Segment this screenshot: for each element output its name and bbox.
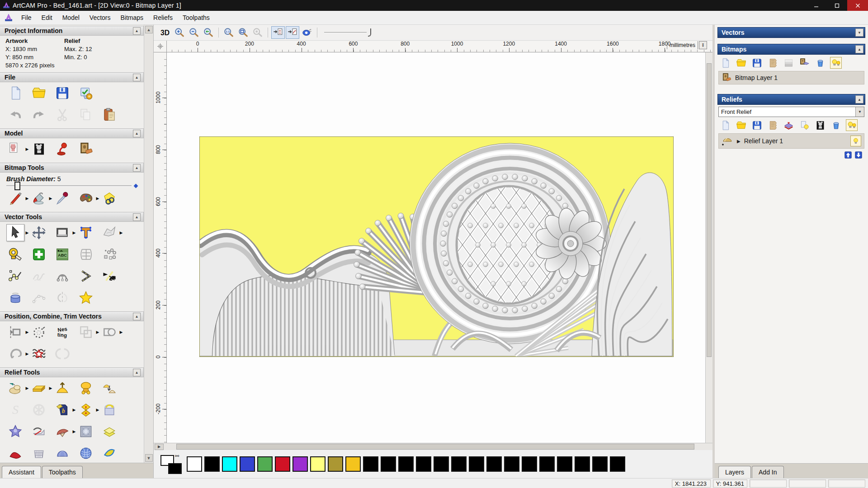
canvas-vertical-scrollbar[interactable] [705,52,712,443]
group-vectors-tool[interactable] [77,324,95,341]
offset-vector-tool[interactable] [6,289,24,306]
nesting-tool[interactable]: Nesting [53,324,71,341]
pan-left-icon[interactable]: ▶ [155,444,164,450]
view-colour-shading-button[interactable] [300,26,314,39]
zoom-scale-button[interactable]: 1:1 [222,26,236,39]
gradient-layer-button[interactable] [783,57,794,69]
palette-swatch-10[interactable] [363,456,378,472]
layer-expander-icon[interactable]: ▶ [737,139,741,144]
transform-vectors-tool[interactable] [30,224,48,241]
lighting-tool[interactable] [53,141,71,158]
open-model-tool[interactable] [30,84,48,102]
envelope-distort-tool[interactable] [100,224,118,241]
flyout-arrow-icon[interactable]: ▶ [24,386,30,390]
collapse-up-icon[interactable]: ▲ [133,130,141,137]
relief-artwork[interactable] [199,136,674,357]
flyout-arrow-icon[interactable]: ▶ [71,408,77,412]
tab-add-in[interactable]: Add In [752,466,783,478]
weld-vectors-tool[interactable] [100,324,118,341]
palette-swatch-15[interactable] [451,456,467,472]
preview-relief-layer-button[interactable] [798,119,810,131]
palette-swatch-14[interactable] [434,456,449,472]
layer-visibility-toggle[interactable] [850,136,861,146]
menu-model[interactable]: Model [57,12,85,23]
new-relief-layer-button[interactable] [719,119,731,131]
align-vectors-tool[interactable] [6,324,24,341]
section-header-vector-tools[interactable]: Vector Tools▲ [0,212,144,222]
palette-swatch-0[interactable] [187,456,202,472]
two-rail-sweep-tool[interactable] [53,423,71,440]
brush-slider-handle[interactable] [14,182,20,190]
link-colours-icon[interactable]: ⚯ [175,453,179,459]
tab-layers[interactable]: Layers [718,466,751,478]
palette-swatch-24[interactable] [610,456,625,472]
measure-tool-tool[interactable] [6,246,24,263]
dome-relief-tool[interactable] [53,445,71,462]
interactive-sculpt-tool[interactable]: S [6,401,24,418]
scroll-up-icon[interactable]: ▲ [145,26,153,33]
move-layer-down-icon[interactable] [854,151,863,159]
collapse-up-icon[interactable]: ▲ [133,313,141,320]
emboss-relief-tool[interactable] [77,423,95,440]
create-polyline-tool[interactable] [6,267,24,285]
new-bitmap-layer-button[interactable] [719,57,731,69]
flyout-arrow-icon[interactable]: ▶ [24,330,30,334]
flyout-arrow-icon[interactable]: ▶ [118,330,124,334]
collapse-up-icon[interactable]: ▲ [133,164,141,172]
menu-file[interactable]: File [16,12,37,23]
section-header-file[interactable]: File▲ [0,72,144,82]
zoom-in-button[interactable] [173,26,186,39]
create-arc-tool[interactable] [53,267,71,285]
close-button[interactable] [847,0,868,11]
palette-swatch-8[interactable] [328,456,343,472]
section-header-model[interactable]: Model▲ [0,128,144,138]
assistant-scrollbar[interactable]: ▲ ▼ [144,25,153,463]
paint-brush-tool[interactable] [6,190,24,207]
menu-reliefs[interactable]: Reliefs [148,12,178,23]
open-bitmap-layer-button[interactable] [735,57,747,69]
convert-bitmap-layer-button[interactable] [798,57,810,69]
palette-swatch-12[interactable] [398,456,414,472]
canvas-2d-view[interactable] [167,52,705,443]
palette-swatch-19[interactable] [522,456,537,472]
combine-relief-tool[interactable] [100,380,118,397]
palette-swatch-13[interactable] [416,456,431,472]
palette-swatch-4[interactable] [257,456,273,472]
palette-swatch-2[interactable] [222,456,237,472]
block-copy-tool[interactable] [100,246,118,263]
weave-relief-tool[interactable] [30,401,48,418]
flyout-arrow-icon[interactable]: ▶ [24,147,30,151]
create-star-tool[interactable] [77,289,95,306]
palette-swatch-20[interactable] [539,456,555,472]
secondary-colour-swatch[interactable] [168,463,182,474]
vectors-section-header[interactable]: Vectors ▼ [717,27,865,38]
flood-fill-tool[interactable] [30,190,48,207]
wrap-text-curve-tool[interactable] [30,324,48,341]
bitmap-to-vector-tool[interactable] [6,141,24,158]
greyscale-relief-button[interactable] [814,119,826,131]
create-rectangle-tool[interactable] [53,224,71,241]
edit-palette-tool[interactable] [77,190,95,207]
collapse-up-icon[interactable]: ▲ [855,45,863,53]
stack-relief-layers-button[interactable] [783,119,794,131]
shape-editor-tool[interactable] [77,401,95,418]
vector-to-bitmap-tool[interactable] [30,141,48,158]
interlock-vectors-tool[interactable] [53,345,71,362]
flyout-arrow-icon[interactable]: ▶ [95,330,100,334]
flyout-arrow-icon[interactable]: ▶ [71,429,77,434]
collapse-up-icon[interactable]: ▲ [133,369,141,376]
section-header-project-information[interactable]: Project Information ▲ [0,26,144,36]
ruler-origin-button[interactable] [154,41,167,52]
palette-swatch-22[interactable] [575,456,590,472]
create-shape-tool[interactable] [6,423,24,440]
scroll-down-icon[interactable]: ▼ [145,454,153,462]
palette-swatch-9[interactable] [345,456,361,472]
view-3d-button[interactable]: 3D [158,26,172,39]
wrap-relief-tool[interactable] [100,401,118,418]
active-relief-combobox[interactable]: Front Relief ▼ [718,107,864,117]
erase-image-tool[interactable] [77,141,95,158]
horizontal-scroll-thumb[interactable] [176,444,694,450]
freehand-draw-tool[interactable] [30,267,48,285]
bitmap-layer-row[interactable]: Bitmap Layer 1 [718,71,864,84]
palette-swatch-11[interactable] [381,456,396,472]
